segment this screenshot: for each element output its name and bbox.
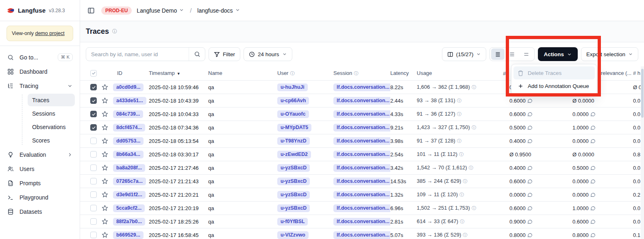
sidebar-item-playground[interactable]: Playground bbox=[3, 190, 76, 204]
column-header-user[interactable]: Userⓘ bbox=[277, 70, 333, 77]
column-header-latency[interactable]: Latency bbox=[390, 70, 417, 76]
session-id-badge[interactable]: lf.docs.conversation... bbox=[333, 231, 390, 239]
trace-id-badge[interactable]: dd05753... bbox=[113, 137, 144, 145]
row-height-medium-button[interactable] bbox=[505, 48, 519, 60]
trace-id-badge[interactable]: d3e9d1f2... bbox=[113, 191, 146, 199]
score-comment-icon[interactable] bbox=[527, 179, 533, 184]
bookmark-star-icon[interactable] bbox=[102, 191, 113, 198]
table-row[interactable]: b669529...2025-02-17 16:58:45qau-VIZzvwo… bbox=[80, 228, 644, 239]
table-row[interactable]: ba8a208f...2025-02-17 21:27:46qau-yzSBxc… bbox=[80, 161, 644, 175]
user-id-badge[interactable]: u-OYauofc bbox=[277, 110, 309, 118]
row-checkbox[interactable] bbox=[90, 164, 97, 171]
demo-project-link[interactable]: demo project bbox=[35, 31, 64, 36]
row-checkbox[interactable] bbox=[90, 178, 97, 184]
column-header-usage[interactable]: Usage bbox=[417, 70, 509, 76]
table-row[interactable]: 07265c7a...2025-02-17 21:21:43qau-yzSBxc… bbox=[80, 175, 644, 188]
trace-id-badge[interactable]: 084c739... bbox=[113, 110, 143, 118]
score-comment-icon[interactable] bbox=[590, 192, 596, 197]
session-id-badge[interactable]: lf.docs.conversation... bbox=[333, 124, 390, 132]
row-height-large-button[interactable] bbox=[520, 48, 533, 60]
score-comment-icon[interactable] bbox=[590, 219, 596, 224]
bookmark-star-icon[interactable] bbox=[102, 218, 113, 225]
sidebar-item-dashboard[interactable]: Dashboard bbox=[3, 64, 76, 79]
sidebar-item-observations[interactable]: Observations bbox=[28, 121, 75, 133]
trace-id-badge[interactable]: 5cca9cf2... bbox=[113, 204, 145, 212]
trace-id-badge[interactable]: a433de51... bbox=[113, 97, 146, 105]
user-id-badge[interactable]: u-MYpDAT5 bbox=[277, 124, 311, 132]
sidebar-item-datasets[interactable]: Datasets bbox=[3, 204, 76, 219]
sidebar-item-sessions[interactable]: Sessions bbox=[28, 107, 75, 120]
column-header-session[interactable]: Sessionⓘ bbox=[333, 70, 390, 77]
session-id-badge[interactable]: lf.docs.conversation... bbox=[333, 178, 390, 185]
bookmark-star-icon[interactable] bbox=[102, 151, 113, 158]
session-id-badge[interactable]: lf.docs.conversation... bbox=[333, 151, 390, 158]
user-id-badge[interactable]: u-yzSBxcD bbox=[277, 164, 310, 172]
table-row[interactable]: 88f2a7b0...2025-02-17 18:25:26qau-f0YfBS… bbox=[80, 215, 644, 228]
bookmark-star-icon[interactable] bbox=[102, 97, 113, 104]
menu-item-add-to-annotation-queue[interactable]: Add to Annotation Queue bbox=[513, 79, 595, 92]
row-checkbox[interactable] bbox=[90, 138, 97, 144]
user-id-badge[interactable]: u-yzSBxcD bbox=[277, 178, 310, 185]
trace-id-badge[interactable]: 07265c7a... bbox=[113, 178, 146, 185]
row-checkbox[interactable] bbox=[90, 97, 97, 104]
column-header-timestamp[interactable]: Timestamp▼ bbox=[149, 70, 208, 76]
session-id-badge[interactable]: lf.docs.conversation... bbox=[333, 110, 390, 118]
sidebar-item-prompts[interactable]: Prompts bbox=[3, 176, 76, 190]
goto-search[interactable]: Go to... ⌘ K bbox=[3, 50, 76, 64]
session-id-badge[interactable]: lf.docs.conversation... bbox=[333, 83, 390, 91]
session-id-badge[interactable]: lf.docs.conversation... bbox=[333, 97, 390, 105]
score-comment-icon[interactable] bbox=[527, 192, 533, 197]
actions-button[interactable]: Actions bbox=[538, 47, 578, 61]
score-comment-icon[interactable] bbox=[527, 125, 533, 130]
score-comment-icon[interactable] bbox=[527, 165, 533, 171]
user-id-badge[interactable]: u-f0YfBSL bbox=[277, 218, 308, 226]
filter-button[interactable]: Filter bbox=[209, 47, 240, 61]
user-id-badge[interactable]: u-yzSBxcD bbox=[277, 204, 310, 212]
score-comment-icon[interactable] bbox=[527, 112, 533, 117]
sidebar-item-evaluation[interactable]: Evaluation bbox=[3, 147, 76, 162]
column-visibility-button[interactable]: (15/27) bbox=[442, 47, 487, 61]
score-comment-icon[interactable] bbox=[590, 138, 596, 144]
session-id-badge[interactable]: lf.docs.conversation... bbox=[333, 164, 390, 172]
sidebar-item-tracing[interactable]: Tracing bbox=[3, 79, 76, 93]
sidebar-item-traces[interactable]: Traces bbox=[28, 94, 75, 106]
trace-id-badge[interactable]: 8b66a34... bbox=[113, 151, 144, 158]
bookmark-star-icon[interactable] bbox=[102, 111, 113, 117]
bookmark-star-icon[interactable] bbox=[102, 124, 113, 131]
user-id-badge[interactable]: u-VIZzvwo bbox=[277, 231, 309, 239]
org-switcher[interactable]: Langfuse Demo bbox=[137, 7, 184, 14]
row-checkbox[interactable] bbox=[90, 151, 97, 158]
trace-id-badge[interactable]: a0cd0d9... bbox=[113, 83, 144, 91]
sidebar-item-scores[interactable]: Scores bbox=[28, 134, 75, 147]
score-comment-icon[interactable] bbox=[590, 165, 596, 171]
trace-id-badge[interactable]: ba8a208f... bbox=[113, 164, 145, 172]
environment-badge[interactable]: PROD-EU bbox=[101, 7, 132, 15]
row-checkbox[interactable] bbox=[90, 124, 97, 131]
row-height-small-button[interactable] bbox=[491, 48, 505, 60]
table-row[interactable]: a433de51...2025-02-18 10:43:39qau-cp66Av… bbox=[80, 94, 644, 107]
bookmark-star-icon[interactable] bbox=[102, 205, 113, 211]
score-comment-icon[interactable] bbox=[590, 112, 596, 117]
scrollbar-thumb[interactable] bbox=[641, 69, 644, 118]
time-range-button[interactable]: 24 hours bbox=[244, 47, 292, 61]
user-id-badge[interactable]: u-cp66Avh bbox=[277, 97, 309, 105]
score-comment-icon[interactable] bbox=[527, 219, 533, 224]
user-id-badge[interactable]: u-zEwdED2 bbox=[277, 151, 311, 158]
trace-id-badge[interactable]: 8dcf4574... bbox=[113, 124, 145, 132]
trace-id-badge[interactable]: b669529... bbox=[113, 231, 144, 239]
table-row[interactable]: dd05753...2025-02-18 05:13:54qau-T98YnzD… bbox=[80, 134, 644, 148]
score-comment-icon[interactable] bbox=[590, 206, 596, 211]
table-row[interactable]: 8b66a34...2025-02-18 03:30:17qau-zEwdED2… bbox=[80, 148, 644, 161]
score-comment-icon[interactable] bbox=[527, 232, 533, 238]
bookmark-star-icon[interactable] bbox=[102, 84, 113, 90]
export-selection-button[interactable]: Export selection bbox=[581, 47, 638, 61]
trace-id-badge[interactable]: 88f2a7b0... bbox=[113, 218, 145, 226]
row-checkbox[interactable] bbox=[90, 218, 97, 225]
bookmark-star-icon[interactable] bbox=[102, 232, 113, 238]
score-comment-icon[interactable] bbox=[590, 125, 596, 130]
score-comment-icon[interactable] bbox=[527, 206, 533, 211]
row-checkbox[interactable] bbox=[90, 191, 97, 198]
table-row[interactable]: 5cca9cf2...2025-02-17 21:20:19qau-yzSBxc… bbox=[80, 202, 644, 215]
score-comment-icon[interactable] bbox=[590, 232, 596, 238]
bookmark-star-icon[interactable] bbox=[102, 178, 113, 184]
